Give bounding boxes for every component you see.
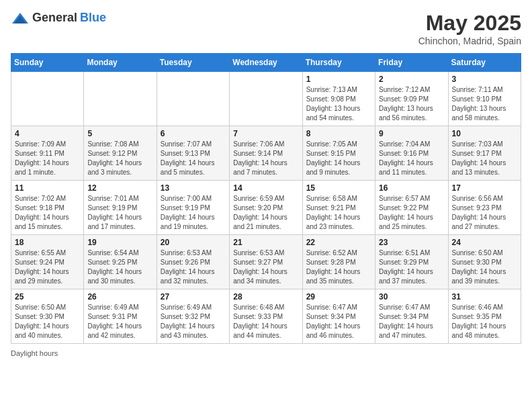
week-row-1: 1Sunrise: 7:13 AMSunset: 9:08 PMDaylight…	[11, 72, 521, 126]
day-number: 1	[306, 75, 371, 84]
week-row-3: 11Sunrise: 7:02 AMSunset: 9:18 PMDayligh…	[11, 181, 521, 235]
table-row: 16Sunrise: 6:57 AMSunset: 9:22 PMDayligh…	[375, 181, 448, 235]
logo: GeneralBlue	[11, 11, 106, 25]
day-info: Sunrise: 7:06 AMSunset: 9:14 PMDaylight:…	[233, 140, 298, 177]
header-friday: Friday	[375, 54, 448, 72]
table-row: 27Sunrise: 6:49 AMSunset: 9:32 PMDayligh…	[157, 289, 229, 344]
day-number: 4	[15, 129, 80, 138]
table-row: 28Sunrise: 6:48 AMSunset: 9:33 PMDayligh…	[230, 289, 302, 344]
week-row-4: 18Sunrise: 6:55 AMSunset: 9:24 PMDayligh…	[11, 235, 521, 289]
header-wednesday: Wednesday	[230, 54, 302, 72]
day-info: Sunrise: 6:49 AMSunset: 9:31 PMDaylight:…	[87, 303, 152, 340]
day-info: Sunrise: 7:12 AMSunset: 9:09 PMDaylight:…	[379, 85, 444, 123]
page-header: GeneralBlue May 2025 Chinchon, Madrid, S…	[11, 11, 521, 46]
day-number: 18	[15, 238, 80, 247]
day-number: 6	[161, 129, 226, 138]
table-row: 6Sunrise: 7:07 AMSunset: 9:13 PMDaylight…	[157, 126, 229, 181]
day-info: Sunrise: 7:05 AMSunset: 9:15 PMDaylight:…	[306, 140, 371, 177]
table-row: 14Sunrise: 6:59 AMSunset: 9:20 PMDayligh…	[230, 181, 302, 235]
table-row: 3Sunrise: 7:11 AMSunset: 9:10 PMDaylight…	[448, 72, 521, 126]
day-number: 28	[233, 292, 298, 302]
day-info: Sunrise: 7:11 AMSunset: 9:10 PMDaylight:…	[452, 85, 517, 123]
table-row: 24Sunrise: 6:50 AMSunset: 9:30 PMDayligh…	[448, 235, 521, 289]
day-number: 24	[452, 238, 517, 247]
day-info: Sunrise: 6:58 AMSunset: 9:21 PMDaylight:…	[306, 194, 371, 232]
day-info: Sunrise: 7:04 AMSunset: 9:16 PMDaylight:…	[379, 140, 444, 177]
day-info: Sunrise: 6:59 AMSunset: 9:20 PMDaylight:…	[233, 194, 298, 232]
table-row: 19Sunrise: 6:54 AMSunset: 9:25 PMDayligh…	[84, 235, 157, 289]
day-info: Sunrise: 6:57 AMSunset: 9:22 PMDaylight:…	[379, 194, 444, 232]
day-info: Sunrise: 6:50 AMSunset: 9:30 PMDaylight:…	[15, 303, 80, 340]
day-number: 10	[452, 129, 517, 138]
table-row: 21Sunrise: 6:53 AMSunset: 9:27 PMDayligh…	[230, 235, 302, 289]
table-row: 10Sunrise: 7:03 AMSunset: 9:17 PMDayligh…	[448, 126, 521, 181]
day-info: Sunrise: 6:46 AMSunset: 9:35 PMDaylight:…	[452, 303, 517, 340]
logo-blue-text: Blue	[80, 11, 106, 25]
table-row: 23Sunrise: 6:51 AMSunset: 9:29 PMDayligh…	[375, 235, 448, 289]
day-number: 16	[379, 183, 444, 193]
day-info: Sunrise: 6:53 AMSunset: 9:26 PMDaylight:…	[161, 248, 226, 286]
table-row: 29Sunrise: 6:47 AMSunset: 9:34 PMDayligh…	[302, 289, 375, 344]
day-number: 29	[306, 292, 371, 302]
table-row: 25Sunrise: 6:50 AMSunset: 9:30 PMDayligh…	[11, 289, 84, 344]
table-row: 7Sunrise: 7:06 AMSunset: 9:14 PMDaylight…	[230, 126, 302, 181]
header-tuesday: Tuesday	[157, 54, 229, 72]
day-number: 2	[379, 75, 444, 84]
day-number: 9	[379, 129, 444, 138]
day-info: Sunrise: 6:55 AMSunset: 9:24 PMDaylight:…	[15, 248, 80, 286]
table-row: 13Sunrise: 7:00 AMSunset: 9:19 PMDayligh…	[157, 181, 229, 235]
footer-daylight: Daylight hours	[11, 349, 521, 357]
day-number: 19	[87, 238, 152, 247]
table-row: 30Sunrise: 6:47 AMSunset: 9:34 PMDayligh…	[375, 289, 448, 344]
day-info: Sunrise: 7:02 AMSunset: 9:18 PMDaylight:…	[15, 194, 80, 232]
day-number: 8	[306, 129, 371, 138]
day-number: 15	[306, 183, 371, 193]
day-number: 3	[452, 75, 517, 84]
day-info: Sunrise: 6:49 AMSunset: 9:32 PMDaylight:…	[161, 303, 226, 340]
day-number: 27	[161, 292, 226, 302]
week-row-2: 4Sunrise: 7:09 AMSunset: 9:11 PMDaylight…	[11, 126, 521, 181]
day-number: 31	[452, 292, 517, 302]
day-number: 30	[379, 292, 444, 302]
day-number: 17	[452, 183, 517, 193]
table-row: 22Sunrise: 6:52 AMSunset: 9:28 PMDayligh…	[302, 235, 375, 289]
table-row: 15Sunrise: 6:58 AMSunset: 9:21 PMDayligh…	[302, 181, 375, 235]
table-row	[84, 72, 157, 126]
header-thursday: Thursday	[302, 54, 375, 72]
day-info: Sunrise: 7:00 AMSunset: 9:19 PMDaylight:…	[161, 194, 226, 232]
day-info: Sunrise: 6:48 AMSunset: 9:33 PMDaylight:…	[233, 303, 298, 340]
table-row: 17Sunrise: 6:56 AMSunset: 9:23 PMDayligh…	[448, 181, 521, 235]
day-number: 21	[233, 238, 298, 247]
table-row: 2Sunrise: 7:12 AMSunset: 9:09 PMDaylight…	[375, 72, 448, 126]
header-saturday: Saturday	[448, 54, 521, 72]
day-info: Sunrise: 7:07 AMSunset: 9:13 PMDaylight:…	[161, 140, 226, 177]
day-info: Sunrise: 6:54 AMSunset: 9:25 PMDaylight:…	[87, 248, 152, 286]
day-info: Sunrise: 6:56 AMSunset: 9:23 PMDaylight:…	[452, 194, 517, 232]
table-row	[230, 72, 302, 126]
day-number: 25	[15, 292, 80, 302]
calendar-table: Sunday Monday Tuesday Wednesday Thursday…	[11, 53, 521, 344]
table-row: 31Sunrise: 6:46 AMSunset: 9:35 PMDayligh…	[448, 289, 521, 344]
table-row: 8Sunrise: 7:05 AMSunset: 9:15 PMDaylight…	[302, 126, 375, 181]
day-info: Sunrise: 7:13 AMSunset: 9:08 PMDaylight:…	[306, 85, 371, 123]
table-row: 5Sunrise: 7:08 AMSunset: 9:12 PMDaylight…	[84, 126, 157, 181]
day-number: 12	[87, 183, 152, 193]
day-number: 14	[233, 183, 298, 193]
table-row: 12Sunrise: 7:01 AMSunset: 9:19 PMDayligh…	[84, 181, 157, 235]
day-number: 7	[233, 129, 298, 138]
header-monday: Monday	[84, 54, 157, 72]
day-info: Sunrise: 7:03 AMSunset: 9:17 PMDaylight:…	[452, 140, 517, 177]
title-block: May 2025 Chinchon, Madrid, Spain	[418, 11, 521, 46]
header-sunday: Sunday	[11, 54, 84, 72]
table-row	[157, 72, 229, 126]
day-info: Sunrise: 7:08 AMSunset: 9:12 PMDaylight:…	[87, 140, 152, 177]
day-info: Sunrise: 6:50 AMSunset: 9:30 PMDaylight:…	[452, 248, 517, 286]
day-number: 11	[15, 183, 80, 193]
day-number: 20	[161, 238, 226, 247]
table-row: 20Sunrise: 6:53 AMSunset: 9:26 PMDayligh…	[157, 235, 229, 289]
logo-general-text: General	[32, 11, 77, 25]
table-row: 26Sunrise: 6:49 AMSunset: 9:31 PMDayligh…	[84, 289, 157, 344]
week-row-5: 25Sunrise: 6:50 AMSunset: 9:30 PMDayligh…	[11, 289, 521, 344]
day-info: Sunrise: 6:52 AMSunset: 9:28 PMDaylight:…	[306, 248, 371, 286]
day-info: Sunrise: 6:47 AMSunset: 9:34 PMDaylight:…	[379, 303, 444, 340]
